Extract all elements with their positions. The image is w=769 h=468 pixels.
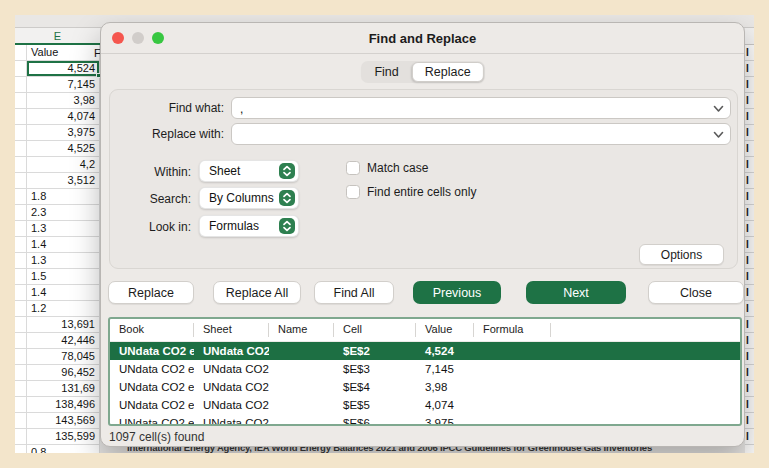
sheet-cell-d[interactable] — [15, 285, 27, 300]
close-button[interactable]: Close — [648, 281, 744, 304]
results-column-header[interactable]: Sheet — [194, 319, 269, 341]
sheet-cell[interactable]: 1.5 — [27, 269, 100, 284]
tab-replace[interactable]: Replace — [412, 62, 484, 82]
sheet-cell[interactable]: 1.3 — [27, 253, 100, 268]
results-row[interactable]: UNdata CO2 e...UNdata CO2...$E$43,98 — [110, 378, 740, 396]
results-row[interactable]: UNdata CO2 e...UNdata CO2...$E$24,524 — [110, 342, 740, 360]
sheet-cell-d[interactable] — [15, 253, 27, 268]
chevron-down-icon[interactable] — [713, 105, 724, 113]
sheet-cell-d[interactable] — [15, 301, 27, 316]
sheet-cell[interactable]: 3,512 — [27, 173, 100, 188]
sheet-cell[interactable]: 131,69 — [27, 381, 100, 396]
sheet-cell[interactable]: 3,975 — [27, 125, 100, 140]
sheet-cell[interactable]: 4,525 — [27, 141, 100, 156]
sheet-cell[interactable]: 78,045 — [27, 349, 100, 364]
next-button[interactable]: Next — [526, 281, 626, 304]
sheet-cell[interactable]: 1.4 — [27, 237, 100, 252]
find-all-button[interactable]: Find All — [314, 281, 394, 304]
column-letter: E — [54, 30, 61, 42]
results-row[interactable]: UNdata CO2 e...UNdata CO2...$E$37,145 — [110, 360, 740, 378]
results-column-header[interactable]: Value — [416, 319, 474, 341]
sheet-row: 1.3 — [15, 253, 100, 269]
popup-stepper-icon — [279, 218, 295, 234]
sheet-cell[interactable]: 4,2 — [27, 157, 100, 172]
sheet-cell[interactable]: 96,452 — [27, 365, 100, 380]
results-column-header[interactable]: Cell — [334, 319, 416, 341]
results-cell: 7,145 — [416, 360, 474, 378]
sheet-cell[interactable]: 1.8 — [27, 189, 100, 204]
sheet-cell-d[interactable] — [15, 109, 27, 124]
results-cell: UNdata CO2... — [194, 378, 269, 396]
sheet-cell-d[interactable] — [15, 125, 27, 140]
sheet-cell[interactable]: Value — [27, 45, 100, 60]
sheet-cell-d[interactable] — [15, 77, 27, 92]
sheet-edge-row: I — [745, 189, 754, 205]
search-dropdown[interactable]: By Columns — [199, 187, 299, 209]
sheet-row: 131,69 — [15, 381, 100, 397]
sheet-cell[interactable]: 143,569 — [27, 413, 100, 428]
sheet-cell-d[interactable] — [15, 397, 27, 412]
sheet-cell-d[interactable] — [15, 157, 27, 172]
sheet-cell[interactable]: 1.4 — [27, 285, 100, 300]
replace-button[interactable]: Replace — [108, 281, 194, 304]
options-button[interactable]: Options — [639, 244, 724, 265]
sheet-cell-d[interactable] — [15, 333, 27, 348]
sheet-cell[interactable]: 7,145 — [27, 77, 100, 92]
sheet-cell-d[interactable] — [15, 93, 27, 108]
column-header-E[interactable]: E — [15, 28, 100, 45]
sheet-cell-d[interactable] — [15, 141, 27, 156]
tab-find[interactable]: Find — [361, 62, 411, 82]
sheet-row: 1.4 — [15, 237, 100, 253]
sheet-cell[interactable]: 1.2 — [27, 301, 100, 316]
sheet-cell-d[interactable] — [15, 429, 27, 444]
sheet-cell-d[interactable] — [15, 317, 27, 332]
sheet-cell[interactable]: 1.3 — [27, 221, 100, 236]
sheet-cell-d[interactable] — [15, 205, 27, 220]
sheet-cell[interactable]: 135,599 — [27, 429, 100, 444]
results-column-header[interactable]: Book — [110, 319, 194, 341]
checkbox-icon[interactable] — [346, 185, 360, 199]
sheet-cell-d[interactable] — [15, 381, 27, 396]
sheet-cell[interactable]: 13,691 — [27, 317, 100, 332]
results-column-header[interactable]: Formula — [474, 319, 551, 341]
checkbox-icon[interactable] — [346, 161, 360, 175]
results-column-header[interactable]: Name — [269, 319, 334, 341]
sheet-cell-d[interactable] — [15, 61, 27, 76]
sheet-edge-row: I — [745, 333, 754, 349]
sheet-cell-d[interactable] — [15, 189, 27, 204]
find-what-input[interactable]: , — [231, 97, 731, 119]
sheet-cell[interactable]: 2.3 — [27, 205, 100, 220]
results-row[interactable]: UNdata CO2 e...UNdata CO2...$E$54,074 — [110, 396, 740, 414]
sheet-cell[interactable]: 138,496 — [27, 397, 100, 412]
replace-all-button[interactable]: Replace All — [213, 281, 301, 304]
chevron-down-icon[interactable] — [713, 131, 724, 139]
sheet-cell-d[interactable] — [15, 365, 27, 380]
sheet-cell[interactable]: 0.8 — [27, 445, 100, 453]
match-case-checkbox[interactable]: Match case — [346, 161, 428, 175]
results-cell — [474, 414, 551, 426]
results-header-row: BookSheetNameCellValueFormula — [110, 319, 740, 342]
sheet-cell[interactable]: 42,446 — [27, 333, 100, 348]
sheet-cell[interactable]: 4,524 — [27, 61, 100, 76]
sheet-cell-d[interactable] — [15, 445, 27, 453]
sheet-cell-d[interactable] — [15, 237, 27, 252]
sheet-cell-d[interactable] — [15, 349, 27, 364]
sheet-cell-d[interactable] — [15, 221, 27, 236]
sheet-cell-d[interactable] — [15, 173, 27, 188]
within-dropdown[interactable]: Sheet — [199, 160, 299, 182]
replace-with-input[interactable] — [231, 123, 731, 145]
sheet-cell-d[interactable] — [15, 45, 27, 60]
previous-button[interactable]: Previous — [413, 281, 501, 304]
sheet-cell[interactable]: 3,98 — [27, 93, 100, 108]
dialog-titlebar[interactable]: Find and Replace — [101, 23, 744, 54]
results-table: BookSheetNameCellValueFormula UNdata CO2… — [108, 317, 742, 426]
column-header-sliver — [745, 28, 754, 45]
find-entire-cells-checkbox[interactable]: Find entire cells only — [346, 185, 476, 199]
look-in-dropdown[interactable]: Formulas — [199, 215, 299, 237]
sheet-cell[interactable]: 4,074 — [27, 109, 100, 124]
results-row[interactable]: UNdata CO2 e...UNdata CO2...$E$63,975 — [110, 414, 740, 426]
sheet-cell-d[interactable] — [15, 413, 27, 428]
sheet-edge-row: I — [745, 45, 754, 61]
sheet-edge-row: I — [745, 349, 754, 365]
sheet-cell-d[interactable] — [15, 269, 27, 284]
